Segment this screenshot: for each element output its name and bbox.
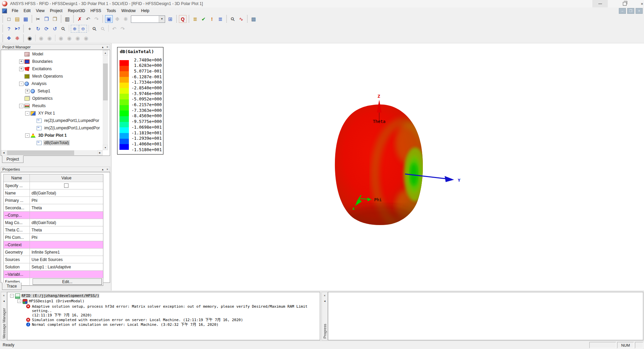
new-button[interactable]: □ bbox=[5, 15, 13, 23]
expand-toggle-icon[interactable]: - bbox=[10, 294, 14, 298]
view-undo-button[interactable]: ↶ bbox=[110, 25, 118, 33]
visibility-button-4[interactable]: ◉ bbox=[57, 35, 65, 42]
expand-toggle-icon[interactable]: - bbox=[25, 111, 30, 116]
grip[interactable] bbox=[23, 25, 24, 32]
Tools[interactable]: Tools bbox=[104, 8, 119, 14]
redo-button[interactable]: ↷ bbox=[93, 15, 100, 23]
paste-button[interactable]: ❒ bbox=[51, 15, 59, 23]
expand-toggle-icon[interactable]: - bbox=[19, 104, 23, 108]
zoom-one-button[interactable]: ⚲ bbox=[59, 25, 67, 33]
scroll-left-icon[interactable]: ◀ bbox=[1, 150, 6, 156]
analyze-all-button[interactable]: ❉ bbox=[113, 15, 121, 23]
close-button[interactable]: × bbox=[634, 0, 644, 7]
minimize-button[interactable] bbox=[592, 0, 608, 7]
property-value[interactable]: dB(GainTotal) bbox=[32, 191, 56, 195]
property-row[interactable]: Mag Co... dB(GainTotal) dB(GainTotal) bbox=[4, 219, 103, 226]
property-row[interactable]: Phi Com... Phi Phi bbox=[4, 234, 103, 241]
grip[interactable] bbox=[60, 15, 62, 23]
tab-trace[interactable]: Trace bbox=[2, 282, 21, 290]
visibility-button-6[interactable]: ◉ bbox=[74, 35, 82, 42]
chevron-down-icon[interactable]: ▼ bbox=[159, 16, 165, 23]
undo-button[interactable]: ↶ bbox=[84, 15, 92, 23]
mdi-close-button[interactable]: × bbox=[636, 8, 643, 14]
zoom-out-region-button[interactable]: ⊖ bbox=[79, 25, 87, 33]
grip[interactable] bbox=[176, 15, 177, 23]
magnify-button[interactable]: ⚲ bbox=[91, 25, 98, 33]
project-tree-hscrollbar[interactable]: ◀ ▶ bbox=[1, 150, 103, 156]
message-row[interactable]: ✕ Adaptive solution setup, process hf3d … bbox=[7, 304, 320, 317]
property-row[interactable]: Specify ... bbox=[4, 182, 103, 189]
submit-job-button[interactable]: ❋ bbox=[122, 15, 130, 23]
panel-close-icon[interactable]: × bbox=[105, 45, 110, 49]
View[interactable]: View bbox=[33, 8, 47, 14]
tree-item[interactable]: dB(GainTotal) bbox=[1, 139, 102, 146]
expand-toggle-icon[interactable]: + bbox=[25, 89, 30, 93]
visibility-button-7[interactable]: ◉ bbox=[82, 35, 90, 42]
scroll-right-icon[interactable]: ▶ bbox=[97, 150, 103, 156]
zoom-in-region-button[interactable]: ⊕ bbox=[71, 25, 79, 33]
property-row[interactable]: Primary ... Phi Phi bbox=[4, 197, 103, 204]
tree-item-label[interactable]: Mesh Operations bbox=[31, 74, 64, 79]
grip[interactable] bbox=[2, 25, 3, 32]
tab-project[interactable]: Project bbox=[2, 156, 23, 163]
expand-toggle-icon[interactable]: + bbox=[19, 67, 23, 71]
restore-button[interactable] bbox=[617, 0, 632, 7]
grip[interactable] bbox=[226, 15, 227, 23]
message-row[interactable]: i Normal completion of simulation on ser… bbox=[7, 322, 320, 327]
expand-toggle-icon[interactable]: - bbox=[25, 133, 30, 138]
property-value[interactable]: Setup1 : LastAdaptive bbox=[32, 265, 71, 269]
message-text[interactable]: Normal completion of simulation on serve… bbox=[32, 322, 218, 327]
grip[interactable] bbox=[247, 15, 248, 23]
sep[interactable] bbox=[89, 25, 89, 32]
help-button[interactable]: ? bbox=[5, 25, 13, 33]
property-row[interactable]: Theta C... Theta Theta bbox=[4, 226, 103, 234]
tree-item-label[interactable]: 3D Polar Plot 1 bbox=[37, 133, 68, 138]
property-row[interactable]: Solution Setup1 : LastAdaptive Setup1 : … bbox=[4, 263, 103, 271]
Project[interactable]: Project bbox=[47, 8, 65, 14]
open-button[interactable]: ▤ bbox=[13, 15, 21, 23]
vscroll-thumb[interactable] bbox=[103, 63, 108, 100]
property-row[interactable]: --Context bbox=[4, 241, 103, 249]
property-value[interactable]: Theta bbox=[32, 228, 42, 232]
Edit[interactable]: Edit bbox=[21, 8, 33, 14]
properties-header[interactable]: Properties ▴ × bbox=[1, 167, 110, 172]
solution-data-button[interactable]: ≣ bbox=[191, 15, 199, 23]
tree-item[interactable]: - Results bbox=[1, 102, 102, 110]
tree-item[interactable]: + Setup1 bbox=[1, 87, 102, 95]
Help[interactable]: Help bbox=[138, 8, 152, 14]
project-manager-header[interactable]: Project Manager ▴ × bbox=[1, 44, 110, 50]
context-help-button[interactable]: ➤? bbox=[13, 25, 21, 33]
tree-item-label[interactable]: XY Plot 1 bbox=[37, 111, 56, 116]
sep[interactable] bbox=[55, 35, 55, 41]
save-button[interactable]: ▦ bbox=[22, 15, 30, 23]
scroll-down-icon[interactable]: ▼ bbox=[103, 145, 108, 150]
pan-button[interactable]: ⌖ bbox=[26, 25, 34, 33]
panel-close-icon[interactable]: × bbox=[323, 293, 327, 298]
tree-item-label[interactable]: Setup1 bbox=[37, 88, 51, 94]
radiation-button[interactable]: ❈ bbox=[13, 35, 21, 42]
grip[interactable] bbox=[23, 35, 24, 42]
expand-toggle-icon[interactable]: - bbox=[17, 299, 21, 303]
rotate-center-button[interactable]: ↻ bbox=[34, 25, 42, 33]
field-overlay-button[interactable]: Q bbox=[179, 15, 187, 23]
property-row[interactable]: Seconda... Theta Theta bbox=[4, 204, 103, 212]
message-text[interactable]: Simulation completed with execution erro… bbox=[32, 318, 243, 322]
visibility-button[interactable]: ◉ bbox=[26, 35, 34, 42]
plot-viewport[interactable]: dB(GainTotal) 2.7489e+0001.6283e+0005.07… bbox=[111, 43, 644, 291]
tree-item-label[interactable]: Analysis bbox=[31, 81, 48, 86]
copy-button[interactable]: ❐ bbox=[43, 15, 50, 23]
property-value[interactable]: Infinite Sphere1 bbox=[32, 250, 60, 255]
show-messages-button[interactable]: ! bbox=[208, 15, 216, 23]
panel-pin-icon[interactable]: ◂ bbox=[2, 299, 6, 303]
property-row[interactable]: Name dB(GainTotal) dB(GainTotal) bbox=[4, 189, 103, 197]
panel-collapse-icon[interactable]: ▴ bbox=[100, 45, 105, 49]
tree-item[interactable]: Optimetrics bbox=[1, 95, 102, 102]
property-row[interactable]: --Comp... bbox=[4, 212, 103, 219]
grip[interactable] bbox=[2, 35, 3, 42]
property-row[interactable]: Sources Use Edit Sources Use Edit Source… bbox=[4, 256, 103, 263]
tree-item-label[interactable]: Results bbox=[31, 103, 47, 108]
HFSS[interactable]: HFSS bbox=[88, 8, 104, 14]
Report3D[interactable]: Report3D bbox=[65, 8, 88, 14]
edit-button[interactable]: Edit... bbox=[33, 278, 102, 285]
sep[interactable] bbox=[108, 25, 109, 32]
